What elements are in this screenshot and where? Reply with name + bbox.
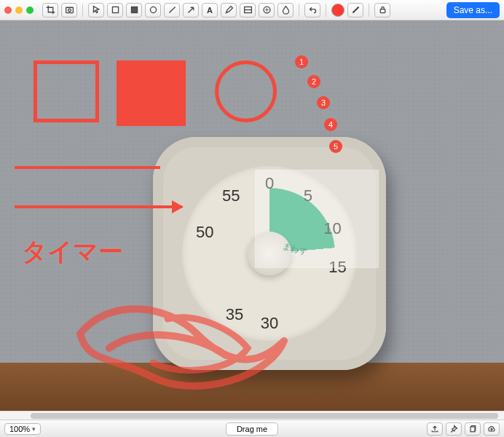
line-tool[interactable]	[164, 3, 180, 17]
pointer-tool[interactable]	[88, 3, 104, 17]
crop-tool[interactable]	[42, 3, 58, 17]
scrollbar-thumb[interactable]	[31, 413, 498, 419]
highlight-annotation[interactable]	[255, 170, 379, 268]
rect-outline-annotation[interactable]	[34, 60, 99, 122]
text-tool[interactable]: A	[202, 3, 218, 17]
svg-point-1	[68, 9, 71, 12]
svg-rect-8	[470, 427, 475, 432]
step-1[interactable]: 1	[295, 55, 308, 68]
save-as-button[interactable]: Save as...	[446, 2, 500, 18]
zoom-window-button[interactable]	[26, 7, 34, 14]
svg-rect-3	[131, 7, 137, 12]
drag-handle[interactable]: Drag me	[226, 422, 278, 436]
counter-tool[interactable]	[259, 3, 275, 17]
svg-rect-7	[380, 9, 385, 13]
rect-outline-tool[interactable]	[107, 3, 123, 17]
zoom-value: 100%	[9, 425, 30, 433]
canvas[interactable]: まわす 0 5 10 15 30 35 50 55 1 2 3 4 5 タイマー	[0, 20, 504, 411]
line-annotation[interactable]	[15, 166, 160, 169]
pen-tool[interactable]	[221, 3, 237, 17]
bottom-right-tools	[427, 422, 500, 436]
svg-rect-0	[66, 7, 73, 12]
svg-rect-2	[112, 7, 118, 12]
blur-tool[interactable]	[277, 3, 294, 17]
arrow-tool[interactable]	[183, 3, 199, 17]
close-window-button[interactable]	[4, 7, 12, 14]
horizontal-scrollbar[interactable]	[0, 411, 504, 420]
pin-button[interactable]	[446, 422, 462, 436]
zoom-dropdown[interactable]: 100%	[4, 423, 41, 435]
step-4[interactable]: 4	[324, 118, 337, 131]
rect-fill-annotation[interactable]	[117, 60, 186, 126]
highlight-tool[interactable]	[240, 3, 256, 17]
tick-55: 55	[222, 186, 240, 205]
undo-button[interactable]	[304, 3, 320, 17]
oval-annotation[interactable]	[215, 60, 277, 122]
upload-button[interactable]	[484, 422, 500, 436]
window-controls	[4, 7, 34, 14]
step-3[interactable]: 3	[317, 96, 330, 109]
share-button[interactable]	[427, 422, 443, 436]
step-2[interactable]: 2	[307, 75, 320, 88]
pen-annotation[interactable]	[66, 290, 299, 406]
arrow-annotation[interactable]	[15, 205, 182, 208]
minimize-window-button[interactable]	[15, 7, 23, 14]
lock-button[interactable]	[374, 3, 390, 17]
capture-tool[interactable]	[61, 3, 77, 17]
color-picker[interactable]	[331, 4, 344, 17]
tick-50: 50	[196, 223, 213, 242]
copy-button[interactable]	[465, 422, 481, 436]
text-annotation[interactable]: タイマー	[22, 235, 123, 269]
svg-point-4	[150, 7, 156, 12]
scene: まわす 0 5 10 15 30 35 50 55 1 2 3 4 5 タイマー	[0, 20, 504, 411]
main-toolbar: A Save as...	[0, 0, 504, 20]
oval-tool[interactable]	[145, 3, 161, 17]
rect-fill-tool[interactable]	[126, 3, 142, 17]
step-5[interactable]: 5	[329, 140, 342, 153]
bottom-toolbar: 100% Drag me	[0, 420, 504, 437]
stroke-width-picker[interactable]	[347, 3, 363, 17]
